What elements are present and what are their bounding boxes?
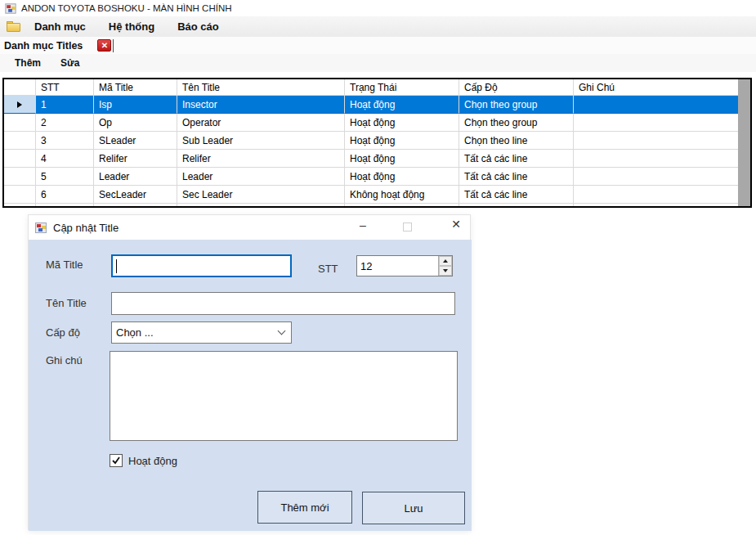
menu-item-1[interactable]: Hệ thống xyxy=(97,20,166,33)
table-cell[interactable]: Relifer xyxy=(94,150,177,168)
row-selector-header xyxy=(4,79,36,96)
table-cell[interactable]: 3 xyxy=(36,132,94,150)
ten-title-input[interactable] xyxy=(111,292,455,315)
table-cell[interactable]: Relifer xyxy=(177,150,345,168)
table-cell[interactable] xyxy=(574,96,738,114)
down-arrow-icon xyxy=(443,269,448,272)
toolbar-button-0[interactable]: Thêm xyxy=(0,57,51,69)
column-header[interactable]: Ghi Chú xyxy=(574,79,738,96)
stt-input[interactable] xyxy=(357,256,438,276)
table-cell[interactable] xyxy=(574,132,738,150)
table-cell[interactable]: SecLeader xyxy=(94,186,177,204)
app-screen: ANDON TOYOTA BOSHOKU - MÀN HÌNH CHÍNH Da… xyxy=(0,0,756,535)
column-header[interactable]: STT xyxy=(36,79,94,96)
tab-danh-muc-titles[interactable]: Danh mục Titles xyxy=(0,40,83,52)
luu-button[interactable]: Lưu xyxy=(362,492,465,524)
chevron-down-icon xyxy=(277,327,285,335)
table-cell[interactable]: 6 xyxy=(36,186,94,204)
minimize-button[interactable]: – xyxy=(354,218,372,232)
checkmark-icon xyxy=(111,456,121,465)
dialog-body: Mã Title STT Tên Title Cấp độ Chọn ... G… xyxy=(29,240,472,531)
table-cell[interactable]: Operator xyxy=(177,114,345,132)
table-cell[interactable]: 2 xyxy=(36,114,94,132)
table-cell[interactable]: Hoạt động xyxy=(345,168,459,186)
table-cell[interactable]: Op xyxy=(94,114,177,132)
toolbar-button-1[interactable]: Sửa xyxy=(51,57,89,69)
ma-title-input[interactable] xyxy=(111,254,292,277)
table-row[interactable]: 1IspInsectorHoạt độngChọn theo group xyxy=(4,96,738,114)
table-row[interactable]: 4ReliferReliferHoạt độngTất cả các line xyxy=(4,150,738,168)
cap-do-selected-value: Chọn ... xyxy=(112,326,271,339)
hoat-dong-label: Hoạt động xyxy=(128,455,177,467)
titles-data-grid: STTMã TitleTên TitleTrạng TháiCấp ĐộGhi … xyxy=(2,78,752,208)
table-cell[interactable]: SLeader xyxy=(94,132,177,150)
column-header[interactable]: Tên Title xyxy=(177,79,345,96)
menu-item-2[interactable]: Báo cáo xyxy=(166,20,230,33)
table-cell[interactable] xyxy=(574,186,738,204)
dialog-titlebar: Cập nhật Title – ✕ xyxy=(29,215,470,240)
table-cell[interactable]: Isp xyxy=(94,96,177,114)
table-cell[interactable]: Tất cả các line xyxy=(459,186,574,204)
row-selector-cell[interactable] xyxy=(4,168,36,186)
column-header[interactable]: Trạng Thái xyxy=(345,79,459,96)
them-moi-button[interactable]: Thêm mới xyxy=(257,491,352,524)
table-cell[interactable]: Tất cả các line xyxy=(459,168,574,186)
cap-do-combobox[interactable]: Chọn ... xyxy=(111,321,292,344)
table-row[interactable]: 2OpOperatorHoạt độngChọn theo group xyxy=(4,114,738,132)
table-cell[interactable]: 4 xyxy=(36,150,94,168)
table-cell[interactable]: Không hoạt động xyxy=(345,186,459,204)
table-row[interactable]: 6SecLeaderSec LeaderKhông hoạt độngTất c… xyxy=(4,186,738,204)
maximize-button[interactable] xyxy=(403,223,412,232)
table-cell[interactable]: Hoạt động xyxy=(345,132,459,150)
row-selector-cell[interactable] xyxy=(4,150,36,168)
tab-strip: Danh mục Titles ✕ xyxy=(0,37,756,54)
hoat-dong-checkbox[interactable]: Hoạt động xyxy=(110,454,177,467)
folder-icon xyxy=(7,21,21,32)
table-cell[interactable]: Leader xyxy=(177,168,345,186)
row-selector-cell[interactable] xyxy=(4,186,36,204)
tab-close-button[interactable]: ✕ xyxy=(97,39,111,52)
ghi-chu-textarea[interactable] xyxy=(110,351,458,441)
table-cell[interactable]: Tất cả các line xyxy=(459,150,574,168)
menu-item-0[interactable]: Danh mục xyxy=(23,20,97,33)
cap-do-label: Cấp độ xyxy=(46,326,80,339)
table-cell[interactable]: Hoạt động xyxy=(345,96,459,114)
dialog-close-button[interactable]: ✕ xyxy=(447,218,465,231)
table-row[interactable]: 5LeaderLeaderHoạt độngTất cả các line xyxy=(4,168,738,186)
checkbox-box xyxy=(110,454,123,467)
ghi-chu-label: Ghi chú xyxy=(46,354,83,366)
row-selector-cell[interactable] xyxy=(4,132,36,150)
spin-up-button[interactable] xyxy=(439,256,452,266)
ma-title-label: Mã Title xyxy=(46,259,83,271)
dialog-title: Cập nhật Title xyxy=(53,222,119,234)
vertical-scrollbar[interactable] xyxy=(738,79,750,206)
menu-bar: Danh mụcHệ thốngBáo cáo xyxy=(0,16,756,37)
table-cell[interactable]: Chọn theo line xyxy=(459,132,574,150)
table-cell[interactable]: Chọn theo group xyxy=(459,114,574,132)
column-header[interactable]: Cấp Độ xyxy=(459,79,574,96)
table-cell[interactable]: Sub Leader xyxy=(177,132,345,150)
row-selector-cell[interactable] xyxy=(4,96,36,114)
table-cell[interactable] xyxy=(574,114,738,132)
table-cell[interactable]: Hoạt động xyxy=(345,114,459,132)
grid-header-row: STTMã TitleTên TitleTrạng TháiCấp ĐộGhi … xyxy=(4,79,738,96)
table-cell[interactable]: Chọn theo group xyxy=(459,96,574,114)
table-cell[interactable]: Leader xyxy=(94,168,177,186)
main-titlebar: ANDON TOYOTA BOSHOKU - MÀN HÌNH CHÍNH xyxy=(0,0,756,16)
current-row-arrow-icon xyxy=(17,101,22,108)
table-cell[interactable]: Insector xyxy=(177,96,345,114)
table-cell[interactable]: Hoạt động xyxy=(345,150,459,168)
app-window-icon xyxy=(5,3,16,13)
column-header[interactable]: Mã Title xyxy=(94,79,177,96)
spin-down-button[interactable] xyxy=(439,266,452,276)
main-window-title: ANDON TOYOTA BOSHOKU - MÀN HÌNH CHÍNH xyxy=(21,3,232,13)
row-selector-cell[interactable] xyxy=(4,114,36,132)
table-cell[interactable] xyxy=(574,168,738,186)
table-cell[interactable] xyxy=(574,150,738,168)
dialog-window-icon xyxy=(35,223,47,233)
table-cell[interactable]: Sec Leader xyxy=(177,186,345,204)
close-icon: ✕ xyxy=(101,42,108,50)
table-cell[interactable]: 5 xyxy=(36,168,94,186)
table-cell[interactable]: 1 xyxy=(36,96,94,114)
table-row[interactable]: 3SLeaderSub LeaderHoạt độngChọn theo lin… xyxy=(4,132,738,150)
